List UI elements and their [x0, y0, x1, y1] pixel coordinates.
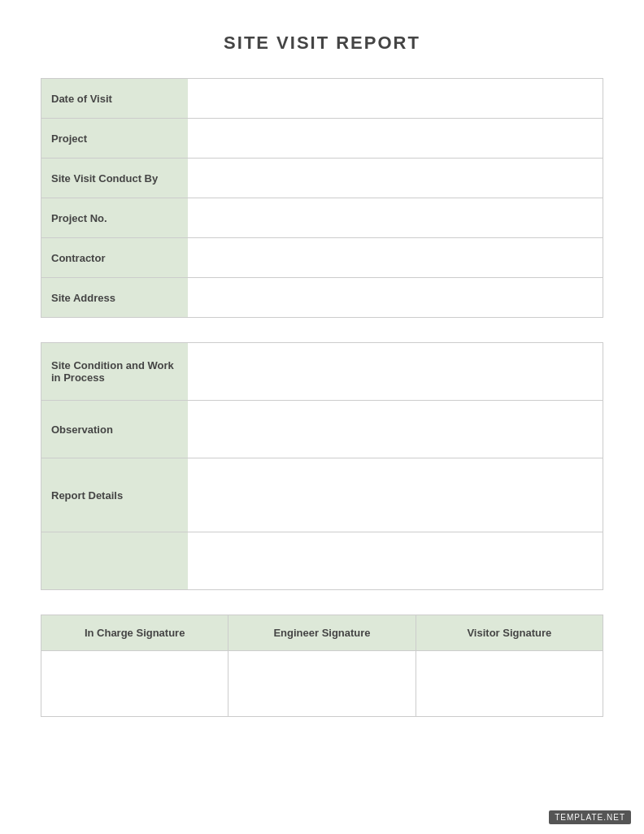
label-project-no: Project No. [41, 198, 188, 237]
label-project: Project [41, 119, 188, 158]
sig-header-engineer: Engineer Signature [228, 615, 416, 650]
value-site-condition[interactable] [188, 343, 603, 400]
label-date-of-visit: Date of Visit [41, 79, 188, 118]
table-row: Site Condition and Work in Process [41, 343, 603, 401]
label-contractor: Contractor [41, 238, 188, 277]
value-project[interactable] [188, 119, 603, 158]
value-date-of-visit[interactable] [188, 79, 603, 118]
value-contractor[interactable] [188, 238, 603, 277]
table-row [41, 532, 603, 589]
table-row: Site Address [41, 278, 603, 317]
table-row: Project No. [41, 198, 603, 238]
table-row: Project [41, 119, 603, 159]
details-table: Site Condition and Work in Process Obser… [41, 342, 603, 590]
signature-table: In Charge Signature Engineer Signature V… [41, 615, 603, 717]
page: SITE VISIT REPORT Date of Visit Project … [0, 0, 644, 834]
value-site-address[interactable] [188, 278, 603, 317]
value-project-no[interactable] [188, 198, 603, 237]
sig-value-in-charge[interactable] [41, 651, 228, 716]
watermark-label: TEMPLATE.NET [549, 810, 631, 824]
table-row: Site Visit Conduct By [41, 159, 603, 198]
table-row: Report Details [41, 458, 603, 532]
label-site-visit-conduct-by: Site Visit Conduct By [41, 159, 188, 198]
table-row: Date of Visit [41, 79, 603, 119]
sig-value-engineer[interactable] [228, 651, 416, 716]
sig-header-in-charge: In Charge Signature [41, 615, 228, 650]
label-report-details: Report Details [41, 458, 188, 532]
signature-header-row: In Charge Signature Engineer Signature V… [41, 615, 603, 651]
table-row: Contractor [41, 238, 603, 278]
label-site-condition: Site Condition and Work in Process [41, 343, 188, 400]
label-extra [41, 532, 188, 589]
sig-value-visitor[interactable] [416, 651, 603, 716]
signature-body-row [41, 651, 603, 716]
label-site-address: Site Address [41, 278, 188, 317]
table-row: Observation [41, 401, 603, 458]
value-site-visit-conduct-by[interactable] [188, 159, 603, 198]
value-observation[interactable] [188, 401, 603, 458]
page-title: SITE VISIT REPORT [41, 33, 603, 54]
info-table: Date of Visit Project Site Visit Conduct… [41, 78, 603, 318]
label-observation: Observation [41, 401, 188, 458]
sig-header-visitor: Visitor Signature [416, 615, 603, 650]
value-extra[interactable] [188, 532, 603, 589]
value-report-details[interactable] [188, 458, 603, 532]
